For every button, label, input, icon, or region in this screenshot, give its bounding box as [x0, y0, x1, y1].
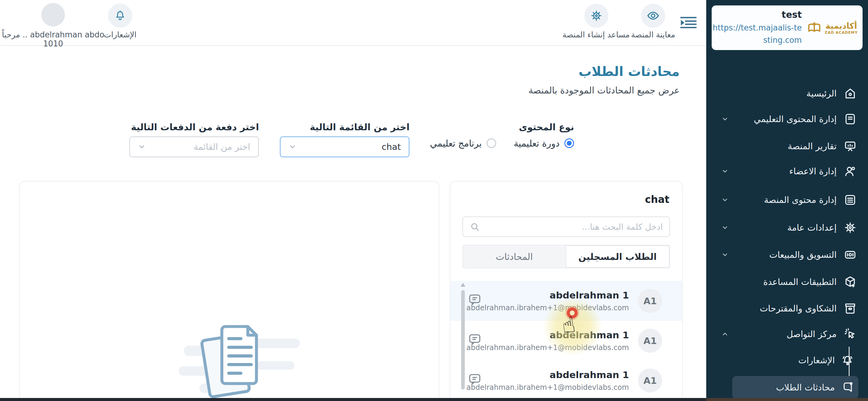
chat-bubble-icon	[841, 381, 854, 394]
student-name: abdelrahman 1	[550, 369, 629, 380]
chat-bubble-icon	[467, 332, 482, 347]
sidebar-item-helper-apps[interactable]: التطبيقات المساعدة	[718, 270, 857, 294]
site-card[interactable]: أكاديمية ZAD ACADEMY test https://test.m…	[712, 5, 863, 50]
radio-program-label: برنامج تعليمي	[430, 138, 482, 148]
sidebar-item-marketing-sales[interactable]: التسويق والمبيعات	[718, 243, 857, 267]
chat-panel: chat الطلاب المسجلين المحادثات A1 abdelr…	[450, 181, 683, 401]
sidebar-item-label: إدارة الاعضاء	[789, 166, 837, 176]
academy-logo: أكاديمية ZAD ACADEMY	[806, 20, 858, 36]
sidebar-item-label: مركز التواصل	[786, 329, 837, 339]
sidebar-item-label: تقارير المنصة	[788, 141, 837, 152]
list-select-label: اختر من القائمة التالية	[280, 122, 409, 132]
document-lines-icon	[843, 193, 857, 207]
notifications-label: الإشعارات	[96, 30, 144, 39]
sidebar-item-communication-center[interactable]: مركز التواصل	[718, 322, 857, 346]
sidebar-item-platform-content[interactable]: إدارة محتوى المنصة	[718, 188, 857, 212]
sidebar-item-educational-content[interactable]: إدارة المحتوى التعليمي	[718, 107, 857, 131]
collapse-sidebar-icon[interactable]	[680, 16, 697, 29]
chat-bubble-icon	[467, 292, 482, 307]
tab-conversations[interactable]: المحادثات	[463, 245, 566, 268]
student-name: abdelrahman 1	[550, 290, 629, 301]
student-email: abdelrahman.ibrahem+1@mobidevlabs.com	[466, 304, 629, 312]
logo-latin-text: ZAD ACADEMY	[825, 30, 858, 35]
avatar[interactable]	[41, 3, 65, 27]
bell-icon	[114, 10, 126, 22]
sidebar-item-label: الشكاوى والمقترحات	[760, 303, 837, 313]
sidebar-item-members[interactable]: إدارة الاعضاء	[718, 159, 857, 183]
content-type-radio-group: دورة تعليمية برنامج تعليمي	[423, 136, 574, 151]
bottom-screen-edge-right	[706, 398, 868, 401]
sidebar-subitem-label: الإشعارات	[798, 355, 835, 365]
sidebar-item-label: التطبيقات المساعدة	[763, 277, 837, 287]
avatar: A1	[638, 289, 662, 313]
home-icon	[843, 87, 857, 100]
user-icon	[843, 164, 857, 178]
preview-platform-button[interactable]	[641, 4, 665, 28]
student-name: abdelrahman 1	[550, 330, 629, 340]
radio-course-label: دورة تعليمية	[514, 138, 560, 148]
radio-unselected-icon[interactable]	[487, 138, 496, 148]
platform-assistant-button[interactable]	[584, 4, 609, 28]
box-plus-icon	[843, 275, 857, 289]
sidebar-subitem-notifications[interactable]: الإشعارات	[732, 349, 858, 372]
list-select-value: chat	[382, 142, 401, 152]
chevron-down-icon	[721, 196, 728, 203]
batch-select-label: اختر دفعة من الدفعات التالية	[129, 122, 259, 132]
notifications-button[interactable]	[108, 4, 132, 28]
sidebar-item-home[interactable]: الرئيسية	[718, 81, 857, 105]
student-list-item[interactable]: A1 abdelrahman 1 abdelrahman.ibrahem+1@m…	[450, 361, 683, 400]
radio-course[interactable]: دورة تعليمية	[514, 138, 574, 148]
list-select[interactable]: chat	[280, 136, 409, 157]
topbar: مرحباً .. abdelrahman abdo 1010 الإشعارا…	[0, 0, 706, 46]
archive-box-icon	[843, 301, 857, 315]
sidebar-item-platform-reports[interactable]: تقارير المنصة	[718, 134, 857, 158]
site-url[interactable]: https://test.majaalis-testing.com	[711, 22, 802, 46]
sidebar-item-label: إدارة المحتوى التعليمي	[754, 114, 837, 124]
chat-bubble-icon	[467, 371, 482, 387]
eye-icon	[647, 9, 660, 22]
bell-ring-icon	[841, 354, 854, 367]
sidebar-item-general-settings[interactable]: إعدادات عامة	[718, 215, 857, 240]
batch-select-placeholder: اختر من القائمة	[193, 142, 250, 152]
sidebar-subitem-student-chats[interactable]: محادثات الطلاب	[732, 376, 858, 399]
book-content-icon	[843, 112, 857, 126]
site-name: test	[711, 9, 802, 20]
scrollbar-thumb[interactable]	[461, 290, 465, 390]
page-subtitle: عرض جميع المحادثات الموجودة بالمنصة	[465, 85, 680, 96]
conversation-empty-panel	[19, 181, 439, 401]
chevron-down-icon	[721, 224, 728, 231]
sidebar-item-label: التسويق والمبيعات	[769, 249, 837, 260]
scrollbar-up-arrow[interactable]	[461, 283, 465, 287]
content-type-label: نوع المحتوى	[453, 122, 574, 132]
chat-tabs: الطلاب المسجلين المحادثات	[462, 245, 670, 268]
sidebar-subitem-label: محادثات الطلاب	[776, 382, 835, 393]
student-list: A1 abdelrahman 1 abdelrahman.ibrahem+1@m…	[450, 281, 683, 400]
sidebar-item-label: إدارة محتوى المنصة	[764, 195, 837, 205]
gear-icon	[590, 9, 603, 22]
search-icon	[470, 222, 480, 232]
chevron-down-icon	[138, 143, 146, 151]
sidebar-item-label: الرئيسية	[806, 88, 837, 99]
radio-program[interactable]: برنامج تعليمي	[430, 138, 496, 148]
chevron-down-icon	[288, 143, 297, 151]
gear-icon	[843, 221, 857, 235]
preview-platform-label: معاينة المنصة	[623, 30, 683, 39]
logo-arabic-text: أكاديمية	[825, 21, 858, 30]
student-email: abdelrahman.ibrahem+1@mobidevlabs.com	[466, 343, 629, 352]
sidebar-item-label: إعدادات عامة	[787, 223, 837, 233]
search-input[interactable]	[484, 222, 663, 232]
sidebar-item-complaints[interactable]: الشكاوى والمقترحات	[718, 296, 857, 321]
chevron-down-icon	[721, 115, 728, 123]
empty-state-documents-illustration	[177, 317, 307, 401]
cursor-click-icon	[843, 327, 857, 341]
tab-registered-students[interactable]: الطلاب المسجلين	[566, 245, 670, 268]
presentation-chart-icon	[843, 139, 857, 153]
radio-selected-icon[interactable]	[564, 138, 574, 148]
search-box[interactable]	[462, 216, 670, 237]
batch-select[interactable]: اختر من القائمة	[129, 136, 259, 157]
chat-panel-title: chat	[645, 194, 670, 205]
page-title: محادثات الطلاب	[465, 64, 680, 79]
user-greeting: مرحباً .. abdelrahman abdo 1010	[2, 30, 104, 48]
book-emblem-icon	[806, 20, 823, 36]
sidebar: أكاديمية ZAD ACADEMY test https://test.m…	[706, 0, 868, 401]
